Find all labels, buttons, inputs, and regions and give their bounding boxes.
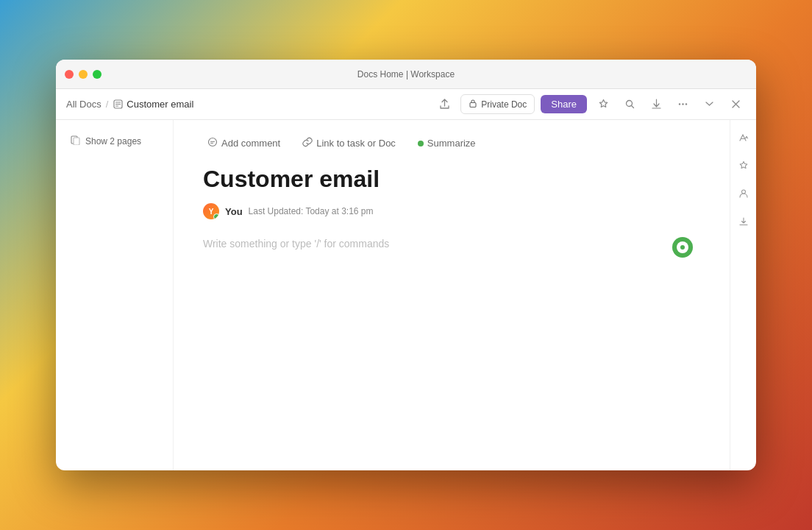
svg-point-7 bbox=[682, 103, 683, 105]
summarize-button[interactable]: Summarize bbox=[413, 135, 480, 151]
private-doc-button[interactable]: Private Doc bbox=[460, 94, 535, 114]
link-task-button[interactable]: Link to task or Doc bbox=[298, 135, 400, 152]
breadcrumb-current-label: Customer email bbox=[127, 99, 193, 110]
doc-placeholder: Write something or type '/' for commands bbox=[203, 238, 389, 250]
breadcrumb-current: Customer email bbox=[113, 99, 193, 110]
doc-title: Customer email bbox=[203, 165, 700, 193]
breadcrumb: All Docs / Customer email bbox=[66, 99, 430, 110]
doc-updated: Last Updated: Today at 3:16 pm bbox=[249, 206, 374, 216]
traffic-lights bbox=[65, 70, 102, 79]
svg-point-5 bbox=[626, 101, 632, 107]
link-task-label: Link to task or Doc bbox=[316, 138, 396, 149]
share-icon-btn[interactable] bbox=[434, 94, 455, 115]
summarize-label: Summarize bbox=[427, 138, 476, 149]
download-icon[interactable] bbox=[733, 211, 754, 232]
add-comment-button[interactable]: Add comment bbox=[203, 135, 285, 152]
doc-icon bbox=[113, 99, 123, 110]
ai-button[interactable] bbox=[672, 237, 693, 258]
ai-button-dot bbox=[680, 245, 685, 250]
svg-rect-4 bbox=[470, 103, 476, 107]
breadcrumb-separator: / bbox=[106, 99, 109, 110]
person-icon[interactable] bbox=[733, 183, 754, 204]
collapse-button[interactable] bbox=[699, 94, 719, 115]
private-doc-label: Private Doc bbox=[481, 99, 527, 110]
left-sidebar: Show 2 pages bbox=[56, 120, 174, 470]
breadcrumb-parent[interactable]: All Docs bbox=[66, 99, 102, 110]
doc-editor-area[interactable]: Write something or type '/' for commands bbox=[203, 237, 700, 311]
svg-rect-10 bbox=[74, 138, 79, 145]
close-button-toolbar[interactable] bbox=[725, 94, 746, 115]
pages-icon bbox=[71, 135, 81, 147]
toolbar-actions: Private Doc Share bbox=[434, 94, 746, 115]
close-button[interactable] bbox=[65, 70, 74, 79]
svg-point-12 bbox=[741, 190, 745, 194]
font-size-icon[interactable] bbox=[733, 127, 754, 148]
window-title: Docs Home | Workspace bbox=[357, 69, 455, 80]
doc-meta: Y You Last Updated: Today at 3:16 pm bbox=[203, 203, 700, 219]
avatar: Y bbox=[203, 203, 219, 219]
lock-icon bbox=[469, 99, 477, 110]
minimize-button[interactable] bbox=[79, 70, 88, 79]
top-toolbar: All Docs / Customer email bbox=[56, 89, 756, 120]
doc-content-toolbar: Add comment Link to task or Doc Summariz… bbox=[203, 135, 700, 152]
search-button[interactable] bbox=[619, 94, 640, 115]
share-button[interactable]: Share bbox=[541, 95, 587, 113]
add-comment-label: Add comment bbox=[221, 138, 280, 149]
star-sidebar-icon[interactable] bbox=[733, 155, 754, 176]
ai-button-inner bbox=[677, 241, 688, 253]
right-sidebar bbox=[730, 120, 756, 470]
export-button[interactable] bbox=[646, 94, 666, 115]
comment-icon bbox=[207, 137, 218, 149]
svg-point-6 bbox=[678, 103, 680, 105]
show-pages-label: Show 2 pages bbox=[85, 136, 141, 146]
doc-author: You bbox=[225, 206, 243, 217]
star-button[interactable] bbox=[593, 94, 613, 115]
show-pages-button[interactable]: Show 2 pages bbox=[66, 132, 163, 150]
main-area: Show 2 pages Add comment bbox=[56, 120, 756, 470]
doc-content[interactable]: Add comment Link to task or Doc Summariz… bbox=[174, 120, 730, 470]
titlebar: Docs Home | Workspace bbox=[56, 60, 756, 89]
svg-point-8 bbox=[685, 103, 686, 105]
link-icon bbox=[302, 137, 313, 149]
maximize-button[interactable] bbox=[93, 70, 102, 79]
avatar-badge bbox=[213, 213, 219, 219]
summarize-dot bbox=[418, 141, 424, 146]
more-button[interactable] bbox=[672, 94, 693, 115]
app-window: Docs Home | Workspace All Docs / Custome… bbox=[56, 60, 756, 470]
